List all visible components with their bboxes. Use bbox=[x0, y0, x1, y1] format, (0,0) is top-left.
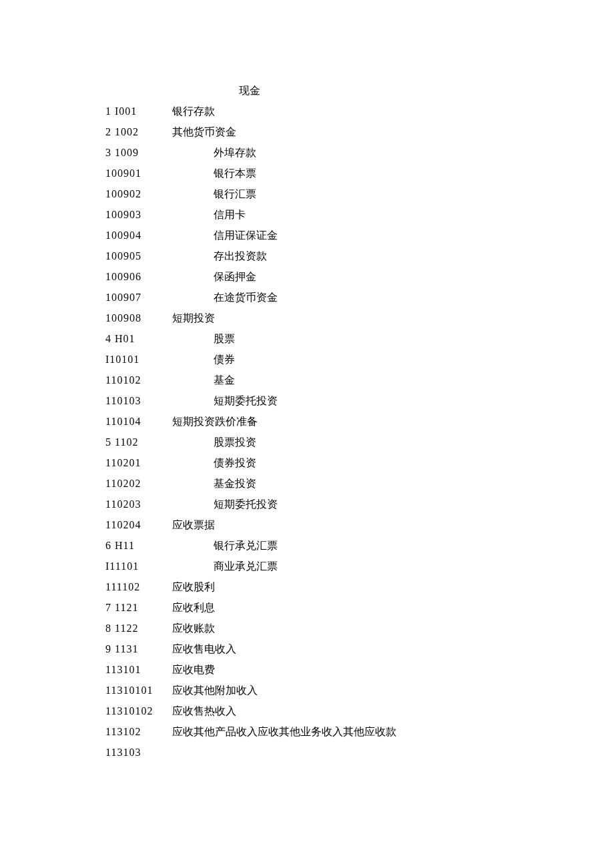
table-row: 110104短期投资跌价准备 bbox=[105, 411, 573, 432]
table-row: 2 1002其他货币资金 bbox=[105, 121, 573, 142]
row-label: 保函押金 bbox=[172, 266, 256, 287]
table-row: 110202基金投资 bbox=[105, 473, 573, 494]
row-label: 银行存款 bbox=[172, 101, 215, 121]
row-code: 2 1002 bbox=[105, 121, 172, 142]
table-row: 1 I001银行存款 bbox=[105, 101, 573, 121]
table-row: 111102应收股利 bbox=[105, 576, 573, 597]
table-row: 110103短期委托投资 bbox=[105, 390, 573, 411]
table-row: 4 H01股票 bbox=[105, 328, 573, 349]
table-row: 3 1009外埠存款 bbox=[105, 142, 573, 163]
row-label: 短期投资跌价准备 bbox=[172, 411, 258, 432]
table-row: 113101应收电费 bbox=[105, 659, 573, 680]
table-row: 6 H11银行承兑汇票 bbox=[105, 535, 573, 556]
row-label: 银行本票 bbox=[172, 163, 256, 183]
table-row: I10101债券 bbox=[105, 349, 573, 370]
row-label: 商业承兑汇票 bbox=[172, 556, 278, 576]
table-row: 110203短期委托投资 bbox=[105, 494, 573, 514]
row-label: 应收售热收入 bbox=[172, 701, 236, 721]
row-code: I11101 bbox=[105, 556, 172, 576]
row-label: 银行承兑汇票 bbox=[172, 535, 278, 556]
row-code: 100902 bbox=[105, 183, 172, 204]
row-label: 应收利息 bbox=[172, 597, 215, 618]
row-code: 5 1102 bbox=[105, 432, 172, 452]
row-code: 3 1009 bbox=[105, 142, 172, 163]
row-label: 外埠存款 bbox=[172, 142, 256, 163]
row-label: 在途货币资金 bbox=[172, 287, 278, 308]
row-code: 110103 bbox=[105, 390, 172, 411]
table-row: 100904信用证保证金 bbox=[105, 225, 573, 246]
row-label: 其他货币资金 bbox=[172, 121, 236, 142]
row-label: 存出投资款 bbox=[172, 246, 267, 266]
row-code: 111102 bbox=[105, 576, 172, 597]
row-label: 应收其他附加收入 bbox=[172, 680, 258, 701]
document-content: 现金1 I001银行存款2 1002其他货币资金3 1009外埠存款100901… bbox=[105, 80, 573, 763]
row-code: 110204 bbox=[105, 514, 172, 535]
row-code: 100907 bbox=[105, 287, 172, 308]
table-row: 100906保函押金 bbox=[105, 266, 573, 287]
row-label: 现金 bbox=[172, 80, 260, 101]
row-code: 110104 bbox=[105, 411, 172, 432]
row-code: 4 H01 bbox=[105, 328, 172, 349]
row-label: 应收账款 bbox=[172, 618, 215, 638]
row-code: 8 1122 bbox=[105, 618, 172, 638]
row-label: 信用证保证金 bbox=[172, 225, 278, 246]
row-code: 110201 bbox=[105, 452, 172, 473]
row-code: 1 I001 bbox=[105, 101, 172, 121]
row-label: 债券 bbox=[172, 349, 235, 370]
row-code: 100905 bbox=[105, 246, 172, 266]
table-row: 100901银行本票 bbox=[105, 163, 573, 183]
row-code: 113101 bbox=[105, 659, 172, 680]
row-label: 短期委托投资 bbox=[172, 390, 278, 411]
table-row: 7 1121应收利息 bbox=[105, 597, 573, 618]
row-label: 应收股利 bbox=[172, 576, 215, 597]
row-label: 应收售电收入 bbox=[172, 638, 236, 659]
row-code: 11310102 bbox=[105, 701, 172, 721]
row-label: 短期委托投资 bbox=[172, 494, 278, 514]
table-row: 100905存出投资款 bbox=[105, 246, 573, 266]
table-row: 现金 bbox=[105, 80, 573, 101]
row-code: 110203 bbox=[105, 494, 172, 514]
table-row: 100907在途货币资金 bbox=[105, 287, 573, 308]
table-row: 113102应收其他产品收入应收其他业务收入其他应收款 bbox=[105, 721, 573, 742]
table-row: 100903信用卡 bbox=[105, 204, 573, 225]
row-label: 股票 bbox=[172, 328, 235, 349]
row-code: 113102 bbox=[105, 721, 172, 742]
table-row: I11101商业承兑汇票 bbox=[105, 556, 573, 576]
row-code: 100908 bbox=[105, 308, 172, 328]
table-row: 113103 bbox=[105, 742, 573, 763]
row-code: 100904 bbox=[105, 225, 172, 246]
row-code: 7 1121 bbox=[105, 597, 172, 618]
row-label: 应收电费 bbox=[172, 659, 215, 680]
row-code: 11310101 bbox=[105, 680, 172, 701]
row-code: 110202 bbox=[105, 473, 172, 494]
table-row: 110102基金 bbox=[105, 370, 573, 390]
row-code: 100906 bbox=[105, 266, 172, 287]
table-row: 100902银行汇票 bbox=[105, 183, 573, 204]
row-label: 债券投资 bbox=[172, 452, 256, 473]
row-label: 银行汇票 bbox=[172, 183, 256, 204]
row-label: 短期投资 bbox=[172, 308, 215, 328]
table-row: 110201债券投资 bbox=[105, 452, 573, 473]
row-code: 100903 bbox=[105, 204, 172, 225]
row-code: I10101 bbox=[105, 349, 172, 370]
row-code: 9 1131 bbox=[105, 638, 172, 659]
row-label: 基金投资 bbox=[172, 473, 256, 494]
row-code: 113103 bbox=[105, 742, 172, 763]
table-row: 100908短期投资 bbox=[105, 308, 573, 328]
row-label: 应收票据 bbox=[172, 514, 215, 535]
table-row: 110204应收票据 bbox=[105, 514, 573, 535]
row-code: 6 H11 bbox=[105, 535, 172, 556]
row-code: 110102 bbox=[105, 370, 172, 390]
table-row: 9 1131应收售电收入 bbox=[105, 638, 573, 659]
row-label: 股票投资 bbox=[172, 432, 256, 452]
row-code: 100901 bbox=[105, 163, 172, 183]
table-row: 5 1102股票投资 bbox=[105, 432, 573, 452]
row-label: 应收其他产品收入应收其他业务收入其他应收款 bbox=[172, 721, 396, 742]
table-row: 8 1122应收账款 bbox=[105, 618, 573, 638]
row-label: 基金 bbox=[172, 370, 235, 390]
row-label: 信用卡 bbox=[172, 204, 246, 225]
table-row: 11310102应收售热收入 bbox=[105, 701, 573, 721]
table-row: 11310101应收其他附加收入 bbox=[105, 680, 573, 701]
